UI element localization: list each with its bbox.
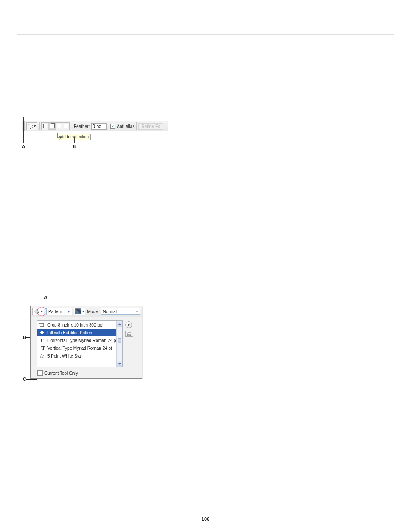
options-bar: Feather: ✓ Anti-alias Refine Ed — [22, 121, 168, 131]
callout-label-c: C — [23, 376, 26, 382]
tool-preset-panel: Pattern Mode: Normal Cro — [30, 306, 142, 379]
current-tool-only-checkbox[interactable]: ✓ — [37, 370, 43, 376]
scroll-down-button[interactable] — [117, 361, 122, 367]
preset-name: Crop 8 inch x 10 inch 300 ppi — [47, 323, 103, 327]
preset-name: Vertical Type Myriad Roman 24 pt — [47, 346, 112, 351]
callout-label-b: B — [73, 144, 76, 149]
list-item[interactable]: Fill with Bubbles Pattern — [37, 329, 122, 336]
tool-preset-picker-button[interactable] — [32, 308, 44, 315]
list-item[interactable]: ↓T Vertical Type Myriad Roman 24 pt — [37, 344, 122, 352]
callout-label-a: A — [22, 144, 25, 149]
preset-name: Fill with Bubbles Pattern — [47, 330, 93, 335]
fill-type-value: Pattern — [48, 309, 62, 314]
crop-icon — [39, 322, 45, 328]
chevron-down-icon — [34, 125, 36, 127]
callout-line — [23, 117, 24, 143]
selection-mode-group — [41, 122, 70, 130]
scrollbar[interactable] — [116, 321, 122, 367]
divider — [17, 34, 394, 35]
callout-line — [26, 379, 37, 380]
mode-value: Normal — [103, 309, 117, 314]
figure-options-bar: Feather: ✓ Anti-alias Refine Ed Add to s… — [22, 121, 168, 152]
anti-alias-label: Anti-alias — [117, 124, 134, 129]
feather-label: Feather: — [74, 124, 90, 129]
pattern-swatch-icon — [75, 308, 81, 314]
svg-point-0 — [38, 312, 39, 313]
divider — [17, 230, 394, 230]
add-selection-icon — [50, 124, 54, 128]
preset-list: Crop 8 inch x 10 inch 300 ppi Fill with … — [37, 320, 123, 367]
subtract-selection-icon — [57, 124, 61, 128]
list-item[interactable]: Crop 8 inch x 10 inch 300 ppi — [37, 321, 122, 329]
paint-bucket-icon — [34, 308, 40, 314]
mode-select[interactable]: Normal — [101, 308, 140, 315]
star-icon — [39, 353, 45, 359]
scroll-up-button[interactable] — [117, 321, 122, 327]
list-item[interactable]: T Horizontal Type Myriad Roman 24 pt — [37, 336, 122, 344]
pattern-swatch-picker[interactable] — [74, 308, 85, 315]
chevron-down-icon — [82, 311, 84, 312]
triangle-right-icon — [127, 323, 131, 327]
new-preset-button[interactable] — [125, 331, 133, 337]
figure-tool-preset-picker: A B C Pattern — [17, 295, 159, 394]
callout-line — [74, 137, 75, 143]
add-to-selection-button[interactable] — [49, 123, 56, 130]
horizontal-type-icon: T — [39, 337, 45, 343]
svg-rect-2 — [128, 332, 131, 335]
panel-header: Pattern Mode: Normal — [31, 306, 142, 317]
anti-alias-checkbox[interactable]: ✓ — [110, 124, 115, 129]
intersect-selection-icon — [64, 124, 68, 128]
feather-input[interactable] — [91, 123, 107, 130]
page-number: 106 — [202, 516, 209, 522]
callout-label-b: B — [23, 335, 26, 340]
scroll-thumb[interactable] — [118, 338, 121, 343]
tool-preset-picker[interactable] — [26, 122, 37, 130]
callout-label-a: A — [44, 295, 47, 300]
lasso-icon — [28, 124, 33, 129]
refine-edge-button: Refine Ed — [138, 123, 163, 130]
preset-name: Horizontal Type Myriad Roman 24 pt — [47, 338, 117, 343]
preset-name: 5 Point White Star — [47, 354, 82, 358]
chevron-down-icon — [40, 311, 43, 312]
new-icon — [127, 332, 131, 336]
new-selection-button[interactable] — [42, 123, 49, 130]
current-tool-only-label: Current Tool Only — [44, 371, 78, 376]
fill-type-select[interactable]: Pattern — [46, 308, 72, 315]
vertical-type-icon: ↓T — [39, 345, 45, 351]
square-icon — [43, 124, 47, 128]
paint-bucket-icon — [39, 330, 45, 336]
panel-menu-button[interactable] — [125, 321, 132, 328]
intersect-selection-button[interactable] — [62, 123, 69, 130]
subtract-from-selection-button[interactable] — [56, 123, 62, 130]
mode-label: Mode: — [87, 309, 99, 314]
list-item[interactable]: 5 Point White Star — [37, 352, 122, 360]
